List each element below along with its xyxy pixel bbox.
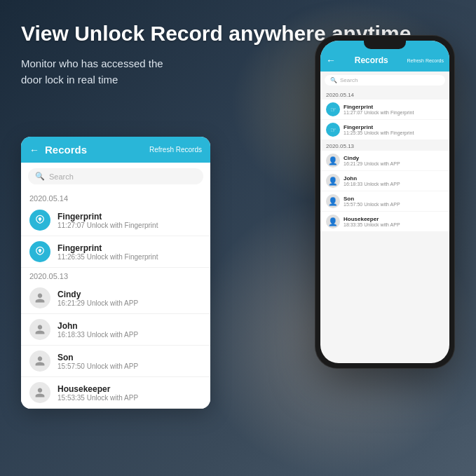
phone-inner: ← Records Refresh Records 🔍 Search 2020.… [320, 41, 449, 363]
date-section-1: 2020.05.14 [21, 190, 210, 205]
record-time: 11:27:07 Unlock with Fingerprint [57, 222, 158, 229]
phone-record-name: Son [344, 196, 400, 202]
phone-title: Records [355, 55, 388, 65]
record-info: Housekeeper 15:53:35 Unlock with APP [57, 384, 138, 402]
person-avatar [29, 351, 50, 372]
phone-outer: ← Records Refresh Records 🔍 Search 2020.… [315, 35, 455, 369]
record-row: Son 15:57:50 Unlock with APP [21, 346, 210, 377]
phone-record-info: Fingerprint 11:25:35 Unlock with Fingerp… [344, 124, 414, 135]
phone-record-name: Cindy [344, 155, 400, 161]
phone-back-icon: ← [326, 55, 336, 66]
back-icon[interactable]: ← [29, 144, 39, 156]
date-section-2: 2020.05.13 [21, 268, 210, 283]
fp-icon: ☞ [330, 126, 336, 134]
record-name: Cindy [57, 290, 138, 299]
phone-record-time: 16:21:29 Unlock with APP [344, 161, 400, 166]
record-row: Cindy 16:21:29 Unlock with APP [21, 283, 210, 314]
record-time: 15:57:50 Unlock with APP [57, 362, 138, 370]
phone-record-time: 18:33:35 Unlock with APP [344, 222, 400, 227]
app-title: Records [45, 144, 87, 156]
record-row: John 16:18:33 Unlock with APP [21, 314, 210, 346]
phone-record-name: Housekeeper [344, 216, 400, 222]
phone-record-time: 11:25:35 Unlock with Fingerprint [344, 130, 414, 135]
person-avatar: 👤 [326, 154, 340, 168]
phone-record-time: 15:57:50 Unlock with APP [344, 202, 400, 207]
record-row: Fingerprint 11:26:35 Unlock with Fingerp… [21, 236, 210, 268]
refresh-label[interactable]: Refresh Records [149, 146, 202, 154]
phone-record-info: Fingerprint 11:27:07 Unlock with Fingerp… [344, 104, 414, 115]
search-placeholder: Search [49, 172, 74, 181]
phone-date-1: 2020.05.14 [320, 89, 449, 100]
person-avatar [29, 287, 50, 308]
phone-record: 👤 Cindy 16:21:29 Unlock with APP [320, 151, 449, 170]
phone-search[interactable]: 🔍 Search [325, 75, 445, 86]
app-card: ← Records Refresh Records 🔍 Search 2020.… [21, 137, 210, 409]
record-name: Fingerprint [57, 212, 158, 222]
phone-notch [364, 41, 406, 49]
phone-record: 👤 John 16:18:33 Unlock with APP [320, 171, 449, 191]
phone-record-info: Cindy 16:21:29 Unlock with APP [344, 155, 400, 166]
header-left: ← Records [29, 144, 87, 156]
phone-record-time: 11:27:07 Unlock with Fingerprint [344, 110, 414, 115]
fp-icon: ☞ [330, 106, 336, 114]
fp-avatar: ☞ [326, 123, 340, 137]
phone-record-info: John 16:18:33 Unlock with APP [344, 175, 400, 186]
phone-record: ☞ Fingerprint 11:25:35 Unlock with Finge… [320, 120, 449, 140]
record-name: Son [57, 353, 138, 362]
record-time: 16:18:33 Unlock with APP [57, 331, 138, 339]
record-info: Fingerprint 11:26:35 Unlock with Fingerp… [57, 243, 158, 261]
fingerprint-avatar [29, 210, 50, 231]
app-card-header: ← Records Refresh Records [21, 137, 210, 163]
record-info: Son 15:57:50 Unlock with APP [57, 353, 138, 370]
record-info: Fingerprint 11:27:07 Unlock with Fingerp… [57, 212, 158, 229]
record-name: John [57, 321, 138, 331]
phone-record-name: Fingerprint [344, 124, 414, 130]
phone-record: 👤 Son 15:57:50 Unlock with APP [320, 191, 449, 211]
phone-record-name: Fingerprint [344, 104, 414, 110]
record-info: John 16:18:33 Unlock with APP [57, 321, 138, 339]
record-time: 15:53:35 Unlock with APP [57, 394, 138, 402]
record-name: Fingerprint [57, 243, 158, 253]
phone-date-2: 2020.05.13 [320, 140, 449, 151]
phone-mockup: ← Records Refresh Records 🔍 Search 2020.… [315, 35, 455, 369]
phone-record: 👤 Housekeeper 18:33:35 Unlock with APP [320, 212, 449, 231]
record-time: 11:26:35 Unlock with Fingerprint [57, 253, 158, 261]
phone-record-name: John [344, 175, 400, 182]
record-row: Fingerprint 11:27:07 Unlock with Fingerp… [21, 205, 210, 236]
phone-record-info: Housekeeper 18:33:35 Unlock with APP [344, 216, 400, 227]
phone-record-info: Son 15:57:50 Unlock with APP [344, 196, 400, 207]
person-avatar: 👤 [326, 194, 340, 208]
record-time: 16:21:29 Unlock with APP [57, 299, 138, 307]
record-name: Housekeeper [57, 384, 138, 394]
person-avatar: 👤 [326, 215, 340, 229]
phone-app: ← Records Refresh Records 🔍 Search 2020.… [320, 41, 449, 363]
search-icon: 🔍 [330, 77, 337, 83]
search-icon: 🔍 [35, 172, 45, 181]
phone-record: ☞ Fingerprint 11:27:07 Unlock with Finge… [320, 100, 449, 119]
phone-refresh: Refresh Records [407, 58, 444, 63]
record-info: Cindy 16:21:29 Unlock with APP [57, 290, 138, 307]
record-row: Housekeeper 15:53:35 Unlock with APP [21, 377, 210, 409]
fp-avatar: ☞ [326, 102, 340, 116]
person-avatar [29, 319, 50, 340]
search-text: Search [340, 77, 358, 83]
person-avatar: 👤 [326, 174, 340, 188]
person-avatar [29, 382, 50, 403]
phone-record-time: 16:18:33 Unlock with APP [344, 182, 400, 186]
search-bar[interactable]: 🔍 Search [28, 168, 203, 184]
fingerprint-avatar [29, 241, 50, 262]
